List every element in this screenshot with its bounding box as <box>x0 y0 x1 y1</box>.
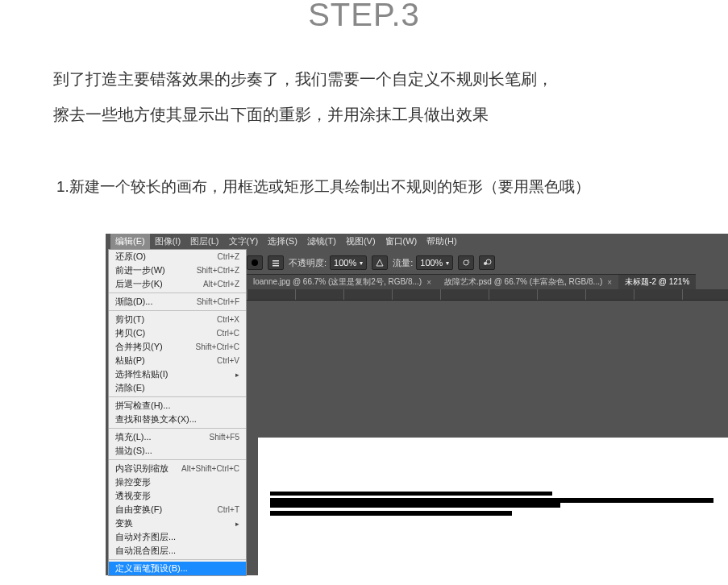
menu-item-label: 操控变形 <box>115 476 151 488</box>
menu-item-free-transform[interactable]: 自由变换(F) Ctrl+T <box>109 503 246 517</box>
menu-separator <box>109 428 246 429</box>
close-icon[interactable]: × <box>426 278 431 287</box>
menu-item-label: 填充(L)... <box>115 431 152 443</box>
menu-item-shortcut: Alt+Ctrl+Z <box>203 280 239 288</box>
menu-item-label: 还原(O) <box>115 251 146 263</box>
menu-layer[interactable]: 图层(L) <box>185 234 223 249</box>
menu-item-spellcheck[interactable]: 拼写检查(H)... <box>109 399 246 413</box>
menu-item-label: 定义画笔预设(B)... <box>115 562 188 575</box>
menu-type[interactable]: 文字(Y) <box>224 234 264 249</box>
menu-item-label: 拷贝(C) <box>115 327 145 339</box>
svg-rect-2 <box>272 263 279 264</box>
menu-item-cut[interactable]: 剪切(T) Ctrl+X <box>109 313 246 326</box>
svg-point-0 <box>252 259 258 266</box>
menu-item-copy[interactable]: 拷贝(C) Ctrl+C <box>109 326 246 340</box>
menu-item-auto-align[interactable]: 自动对齐图层... <box>109 530 246 544</box>
menu-item-stroke[interactable]: 描边(S)... <box>109 444 246 458</box>
menu-item-label: 自动混合图层... <box>115 545 176 557</box>
menu-item-shortcut: Ctrl+X <box>217 315 239 324</box>
chevron-down-icon: ▾ <box>360 259 363 267</box>
opacity-label: 不透明度: <box>289 257 327 269</box>
menu-item-content-aware-scale[interactable]: 内容识别缩放 Alt+Shift+Ctrl+C <box>109 462 246 475</box>
menu-item-label: 前进一步(W) <box>115 264 165 276</box>
doc-tab-1[interactable]: loanne.jpg @ 66.7% (这里是复制2号, RGB/8...) × <box>247 274 438 289</box>
menu-item-copy-merged[interactable]: 合并拷贝(Y) Shift+Ctrl+C <box>109 340 246 354</box>
photoshop-screenshot: 编辑(E) 图像(I) 图层(L) 文字(Y) 选择(S) 滤镜(T) 视图(V… <box>106 234 728 575</box>
menu-item-puppet-warp[interactable]: 操控变形 <box>109 475 246 489</box>
menu-filter[interactable]: 滤镜(T) <box>302 234 341 249</box>
pressure-size-icon[interactable] <box>479 255 495 270</box>
menu-item-label: 后退一步(K) <box>115 278 163 290</box>
options-bar: 不透明度: 100% ▾ 流量: 100% ▾ <box>247 253 495 272</box>
menu-item-shortcut: Shift+Ctrl+C <box>196 342 239 351</box>
doc-tab-3[interactable]: 未标题-2 @ 121% <box>618 274 696 289</box>
menu-item-shortcut: Ctrl+Z <box>218 252 240 261</box>
chevron-down-icon: ▾ <box>446 259 449 267</box>
svg-point-8 <box>486 259 491 264</box>
menu-item-paste[interactable]: 粘贴(P) Ctrl+V <box>109 354 246 367</box>
menu-image[interactable]: 图像(I) <box>150 234 185 249</box>
brush-panel-toggle-icon[interactable] <box>268 255 284 270</box>
menu-item-shortcut: Ctrl+V <box>217 356 239 365</box>
svg-rect-1 <box>272 260 279 262</box>
doc-tab-label: loanne.jpg @ 66.7% (这里是复制2号, RGB/8...) <box>253 276 422 288</box>
menu-item-label: 剪切(T) <box>115 313 144 326</box>
menu-separator <box>109 459 246 460</box>
menu-item-step-forward[interactable]: 前进一步(W) Shift+Ctrl+Z <box>109 263 246 277</box>
menu-separator <box>109 559 246 560</box>
menu-item-perspective-warp[interactable]: 透视变形 <box>109 489 246 503</box>
menu-item-transform[interactable]: 变换 <box>109 517 246 530</box>
menu-item-shortcut: Ctrl+C <box>216 329 239 338</box>
menu-item-find-replace[interactable]: 查找和替换文本(X)... <box>109 413 246 426</box>
black-bar <box>270 498 560 508</box>
menu-item-define-brush-preset[interactable]: 定义画笔预设(B)... <box>109 562 246 575</box>
menu-separator <box>109 310 246 311</box>
edit-dropdown-menu: 还原(O) Ctrl+Z 前进一步(W) Shift+Ctrl+Z 后退一步(K… <box>108 249 247 576</box>
menu-item-clear[interactable]: 清除(E) <box>109 381 246 395</box>
opacity-combo[interactable]: 100% ▾ <box>330 255 367 270</box>
menu-item-label: 合并拷贝(Y) <box>115 341 163 353</box>
menu-item-auto-blend[interactable]: 自动混合图层... <box>109 544 246 558</box>
menu-item-shortcut: Ctrl+T <box>218 505 240 514</box>
flow-combo[interactable]: 100% ▾ <box>416 255 453 270</box>
menu-item-shortcut: Shift+Ctrl+Z <box>197 266 239 275</box>
document-tabs: loanne.jpg @ 66.7% (这里是复制2号, RGB/8...) ×… <box>247 273 696 289</box>
document-white-canvas <box>258 438 728 575</box>
menu-item-fade[interactable]: 渐隐(D)... Shift+Ctrl+F <box>109 295 246 309</box>
menu-item-paste-special[interactable]: 选择性粘贴(I) <box>109 367 246 381</box>
airbrush-icon[interactable] <box>458 255 474 270</box>
brush-preset-swatch[interactable] <box>247 255 263 270</box>
menu-item-undo[interactable]: 还原(O) Ctrl+Z <box>109 250 246 263</box>
menu-item-label: 粘贴(P) <box>115 355 145 367</box>
intro-line-1: 到了打造主要错落效果的步奏了，我们需要一个自定义不规则长笔刷， <box>53 61 675 97</box>
menu-item-label: 自动对齐图层... <box>115 531 176 543</box>
menu-item-label: 选择性粘贴(I) <box>115 368 168 380</box>
menu-item-label: 变换 <box>115 517 133 529</box>
menu-separator <box>109 292 246 293</box>
doc-tab-2[interactable]: 故障艺术.psd @ 66.7% (丰富杂色, RGB/8...) × <box>438 274 618 289</box>
menu-item-label: 透视变形 <box>115 490 151 502</box>
black-bar <box>270 511 512 516</box>
menu-item-label: 渐隐(D)... <box>115 296 152 308</box>
menubar: 编辑(E) 图像(I) 图层(L) 文字(Y) 选择(S) 滤镜(T) 视图(V… <box>106 234 728 249</box>
menu-item-label: 拼写检查(H)... <box>115 400 170 412</box>
menu-edit[interactable]: 编辑(E) <box>110 234 150 249</box>
menu-window[interactable]: 窗口(W) <box>381 234 422 249</box>
menu-item-label: 清除(E) <box>115 382 145 394</box>
menu-item-fill[interactable]: 填充(L)... Shift+F5 <box>109 430 246 444</box>
flow-value: 100% <box>420 258 443 268</box>
step-title: STEP.3 <box>0 0 728 33</box>
menu-view[interactable]: 视图(V) <box>341 234 381 249</box>
pressure-opacity-icon[interactable] <box>372 255 388 270</box>
instruction-line: 1.新建一个较长的画布，用框选或矩形工具绘制出不规则的矩形（要用黑色哦） <box>56 176 675 197</box>
canvas-viewport[interactable] <box>258 301 728 575</box>
svg-point-5 <box>468 259 469 260</box>
doc-tab-label: 故障艺术.psd @ 66.7% (丰富杂色, RGB/8...) <box>444 276 602 288</box>
menu-select[interactable]: 选择(S) <box>263 234 302 249</box>
menu-help[interactable]: 帮助(H) <box>422 234 461 249</box>
black-bar <box>270 492 552 496</box>
svg-point-4 <box>464 260 468 265</box>
close-icon[interactable]: × <box>607 278 612 287</box>
menu-item-step-backward[interactable]: 后退一步(K) Alt+Ctrl+Z <box>109 277 246 291</box>
menu-item-label: 内容识别缩放 <box>115 463 168 475</box>
